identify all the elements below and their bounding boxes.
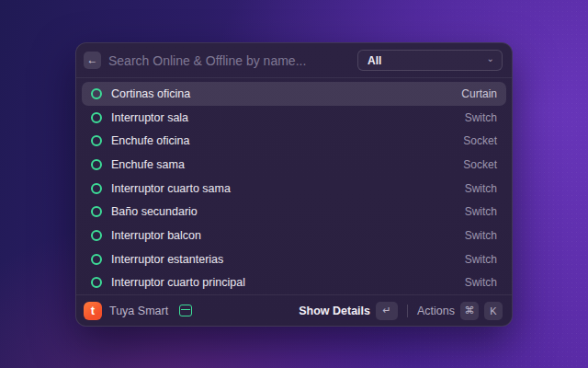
device-status-ring-icon	[91, 277, 102, 288]
show-details-label: Show Details	[299, 305, 370, 317]
curtain-icon	[179, 305, 192, 316]
device-status-ring-icon	[91, 112, 102, 123]
device-row[interactable]: Interruptor cuarto principal Switch	[82, 271, 506, 295]
device-name: Cortinas oficina	[111, 87, 461, 100]
app-name: Tuya Smart	[109, 305, 168, 317]
filter-selected-value: All	[368, 54, 381, 67]
device-status-ring-icon	[91, 206, 102, 217]
device-row[interactable]: Cortinas oficina Curtain	[82, 82, 506, 106]
footer-bar: t Tuya Smart Show Details ↵ Actions ⌘ K	[76, 294, 512, 326]
tuya-logo-icon: t	[84, 302, 102, 320]
device-name: Interruptor sala	[111, 111, 465, 124]
device-type-label: Socket	[463, 134, 497, 147]
device-name: Enchufe sama	[111, 158, 463, 171]
back-button[interactable]: ←	[84, 52, 101, 69]
k-key-icon: K	[484, 302, 503, 320]
device-row[interactable]: Enchufe oficina Socket	[82, 129, 506, 153]
device-list: Cortinas oficina Curtain Interruptor sal…	[76, 78, 512, 294]
actions-label: Actions	[417, 305, 455, 317]
device-row[interactable]: Interruptor balcon Switch	[82, 224, 506, 247]
device-name: Interruptor cuarto sama	[111, 182, 465, 195]
command-key-icon: ⌘	[460, 302, 479, 320]
device-row[interactable]: Interruptor sala Switch	[82, 106, 506, 130]
device-status-ring-icon	[91, 159, 102, 170]
search-input[interactable]	[108, 53, 357, 68]
device-type-label: Switch	[465, 111, 497, 124]
chevron-down-icon: ⌄	[487, 54, 494, 63]
device-type-label: Curtain	[461, 87, 497, 100]
device-name: Interruptor estanterias	[111, 253, 465, 266]
device-row[interactable]: Enchufe sama Socket	[82, 153, 506, 177]
device-status-ring-icon	[91, 254, 102, 265]
device-status-ring-icon	[91, 135, 102, 146]
actions-button[interactable]: Actions ⌘ K	[417, 302, 503, 320]
device-row[interactable]: Interruptor estanterias Switch	[82, 247, 506, 271]
device-status-ring-icon	[91, 183, 102, 194]
device-type-label: Switch	[465, 253, 497, 266]
device-type-label: Switch	[465, 276, 497, 289]
device-type-label: Switch	[465, 229, 497, 242]
device-name: Enchufe oficina	[111, 134, 463, 147]
device-status-ring-icon	[91, 88, 102, 99]
show-details-button[interactable]: Show Details ↵	[299, 302, 398, 320]
device-name: Interruptor cuarto principal	[111, 276, 465, 289]
search-header: ← All ⌄	[76, 43, 512, 78]
device-type-label: Switch	[465, 182, 497, 195]
device-name: Baño secundario	[111, 205, 465, 218]
device-row[interactable]: Baño secundario Switch	[82, 200, 506, 224]
device-name: Interruptor balcon	[111, 229, 465, 242]
footer-divider	[407, 305, 408, 317]
return-key-icon: ↵	[376, 302, 398, 320]
device-type-label: Switch	[465, 205, 497, 218]
launcher-window: ← All ⌄ Cortinas oficina Curtain Interru…	[75, 42, 513, 327]
device-status-ring-icon	[91, 230, 102, 241]
device-type-label: Socket	[463, 158, 497, 171]
device-row[interactable]: Interruptor cuarto sama Switch	[82, 177, 506, 201]
filter-dropdown[interactable]: All ⌄	[357, 50, 503, 71]
